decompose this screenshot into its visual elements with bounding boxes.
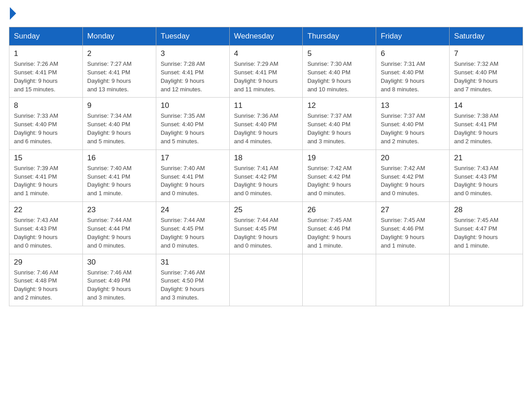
day-info: Sunrise: 7:43 AMSunset: 4:43 PMDaylight:… bbox=[454, 164, 518, 198]
day-number: 5 bbox=[307, 49, 371, 58]
calendar-cell: 27 Sunrise: 7:45 AMSunset: 4:46 PMDaylig… bbox=[376, 202, 450, 254]
calendar-cell: 25 Sunrise: 7:44 AMSunset: 4:45 PMDaylig… bbox=[229, 202, 303, 254]
calendar-cell: 18 Sunrise: 7:41 AMSunset: 4:42 PMDaylig… bbox=[229, 150, 303, 201]
calendar-header-friday: Friday bbox=[376, 27, 450, 46]
day-info: Sunrise: 7:45 AMSunset: 4:46 PMDaylight:… bbox=[381, 216, 445, 250]
day-info: Sunrise: 7:42 AMSunset: 4:42 PMDaylight:… bbox=[307, 164, 371, 198]
day-info: Sunrise: 7:43 AMSunset: 4:43 PMDaylight:… bbox=[14, 216, 78, 250]
day-number: 19 bbox=[307, 154, 371, 163]
day-number: 23 bbox=[87, 206, 151, 214]
calendar-cell: 30 Sunrise: 7:46 AMSunset: 4:49 PMDaylig… bbox=[82, 254, 156, 306]
day-info: Sunrise: 7:27 AMSunset: 4:41 PMDaylight:… bbox=[87, 60, 151, 94]
day-number: 14 bbox=[454, 101, 518, 110]
calendar-cell bbox=[376, 254, 450, 306]
day-info: Sunrise: 7:40 AMSunset: 4:41 PMDaylight:… bbox=[87, 164, 151, 198]
day-info: Sunrise: 7:38 AMSunset: 4:41 PMDaylight:… bbox=[454, 112, 518, 146]
day-info: Sunrise: 7:36 AMSunset: 4:40 PMDaylight:… bbox=[234, 112, 298, 146]
day-info: Sunrise: 7:33 AMSunset: 4:40 PMDaylight:… bbox=[14, 112, 78, 146]
calendar-cell: 22 Sunrise: 7:43 AMSunset: 4:43 PMDaylig… bbox=[9, 202, 83, 254]
day-number: 4 bbox=[234, 49, 298, 58]
day-number: 18 bbox=[234, 154, 298, 163]
logo bbox=[9, 9, 16, 20]
day-number: 7 bbox=[454, 49, 518, 58]
day-info: Sunrise: 7:44 AMSunset: 4:44 PMDaylight:… bbox=[87, 216, 151, 250]
calendar-cell: 8 Sunrise: 7:33 AMSunset: 4:40 PMDayligh… bbox=[9, 98, 83, 150]
calendar-cell: 2 Sunrise: 7:27 AMSunset: 4:41 PMDayligh… bbox=[82, 46, 156, 98]
calendar-cell: 29 Sunrise: 7:46 AMSunset: 4:48 PMDaylig… bbox=[9, 254, 83, 306]
day-info: Sunrise: 7:41 AMSunset: 4:42 PMDaylight:… bbox=[234, 164, 298, 198]
calendar-week-4: 22 Sunrise: 7:43 AMSunset: 4:43 PMDaylig… bbox=[9, 202, 523, 254]
day-info: Sunrise: 7:46 AMSunset: 4:50 PMDaylight:… bbox=[161, 269, 225, 302]
day-info: Sunrise: 7:37 AMSunset: 4:40 PMDaylight:… bbox=[381, 112, 445, 146]
day-info: Sunrise: 7:44 AMSunset: 4:45 PMDaylight:… bbox=[234, 216, 298, 250]
day-number: 25 bbox=[234, 206, 298, 214]
day-number: 1 bbox=[14, 49, 78, 58]
day-number: 10 bbox=[161, 101, 225, 110]
calendar-cell: 15 Sunrise: 7:39 AMSunset: 4:41 PMDaylig… bbox=[9, 150, 83, 201]
calendar-cell: 11 Sunrise: 7:36 AMSunset: 4:40 PMDaylig… bbox=[229, 98, 303, 150]
day-info: Sunrise: 7:26 AMSunset: 4:41 PMDaylight:… bbox=[14, 60, 78, 94]
calendar-cell: 10 Sunrise: 7:35 AMSunset: 4:40 PMDaylig… bbox=[156, 98, 229, 150]
calendar-cell: 13 Sunrise: 7:37 AMSunset: 4:40 PMDaylig… bbox=[376, 98, 450, 150]
day-number: 20 bbox=[381, 154, 445, 163]
calendar-week-5: 29 Sunrise: 7:46 AMSunset: 4:48 PMDaylig… bbox=[9, 254, 523, 306]
calendar-header-thursday: Thursday bbox=[303, 27, 376, 46]
day-info: Sunrise: 7:45 AMSunset: 4:46 PMDaylight:… bbox=[307, 216, 371, 250]
day-number: 28 bbox=[454, 206, 518, 214]
calendar-cell: 17 Sunrise: 7:40 AMSunset: 4:41 PMDaylig… bbox=[156, 150, 229, 201]
day-number: 11 bbox=[234, 101, 298, 110]
calendar-cell: 16 Sunrise: 7:40 AMSunset: 4:41 PMDaylig… bbox=[82, 150, 156, 201]
day-info: Sunrise: 7:34 AMSunset: 4:40 PMDaylight:… bbox=[87, 112, 151, 146]
day-number: 15 bbox=[14, 154, 78, 163]
logo-triangle-icon bbox=[10, 7, 16, 20]
calendar-cell: 9 Sunrise: 7:34 AMSunset: 4:40 PMDayligh… bbox=[82, 98, 156, 150]
calendar-header-sunday: Sunday bbox=[9, 27, 83, 46]
day-info: Sunrise: 7:29 AMSunset: 4:41 PMDaylight:… bbox=[234, 60, 298, 94]
calendar-cell: 5 Sunrise: 7:30 AMSunset: 4:40 PMDayligh… bbox=[303, 46, 376, 98]
day-info: Sunrise: 7:46 AMSunset: 4:48 PMDaylight:… bbox=[14, 269, 78, 302]
calendar-cell: 31 Sunrise: 7:46 AMSunset: 4:50 PMDaylig… bbox=[156, 254, 229, 306]
day-number: 12 bbox=[307, 101, 371, 110]
calendar-cell: 20 Sunrise: 7:42 AMSunset: 4:42 PMDaylig… bbox=[376, 150, 450, 201]
day-number: 13 bbox=[381, 101, 445, 110]
calendar-week-2: 8 Sunrise: 7:33 AMSunset: 4:40 PMDayligh… bbox=[9, 98, 523, 150]
day-number: 26 bbox=[307, 206, 371, 214]
calendar-cell: 7 Sunrise: 7:32 AMSunset: 4:40 PMDayligh… bbox=[450, 46, 523, 98]
calendar-cell: 23 Sunrise: 7:44 AMSunset: 4:44 PMDaylig… bbox=[82, 202, 156, 254]
day-number: 2 bbox=[87, 49, 151, 58]
day-info: Sunrise: 7:40 AMSunset: 4:41 PMDaylight:… bbox=[161, 164, 225, 198]
calendar-header-monday: Monday bbox=[82, 27, 156, 46]
calendar-header-saturday: Saturday bbox=[450, 27, 523, 46]
day-info: Sunrise: 7:32 AMSunset: 4:40 PMDaylight:… bbox=[454, 60, 518, 94]
day-number: 3 bbox=[161, 49, 225, 58]
calendar-cell: 4 Sunrise: 7:29 AMSunset: 4:41 PMDayligh… bbox=[229, 46, 303, 98]
calendar-cell: 19 Sunrise: 7:42 AMSunset: 4:42 PMDaylig… bbox=[303, 150, 376, 201]
day-info: Sunrise: 7:35 AMSunset: 4:40 PMDaylight:… bbox=[161, 112, 225, 146]
day-number: 16 bbox=[87, 154, 151, 163]
calendar-cell: 6 Sunrise: 7:31 AMSunset: 4:40 PMDayligh… bbox=[376, 46, 450, 98]
day-info: Sunrise: 7:45 AMSunset: 4:47 PMDaylight:… bbox=[454, 216, 518, 250]
calendar-cell: 12 Sunrise: 7:37 AMSunset: 4:40 PMDaylig… bbox=[303, 98, 376, 150]
calendar-cell: 24 Sunrise: 7:44 AMSunset: 4:45 PMDaylig… bbox=[156, 202, 229, 254]
calendar-header-row: SundayMondayTuesdayWednesdayThursdayFrid… bbox=[9, 27, 523, 46]
day-info: Sunrise: 7:42 AMSunset: 4:42 PMDaylight:… bbox=[381, 164, 445, 198]
day-number: 29 bbox=[14, 258, 78, 267]
calendar-week-1: 1 Sunrise: 7:26 AMSunset: 4:41 PMDayligh… bbox=[9, 46, 523, 98]
day-number: 21 bbox=[454, 154, 518, 163]
day-info: Sunrise: 7:31 AMSunset: 4:40 PMDaylight:… bbox=[381, 60, 445, 94]
day-number: 6 bbox=[381, 49, 445, 58]
calendar-cell: 28 Sunrise: 7:45 AMSunset: 4:47 PMDaylig… bbox=[450, 202, 523, 254]
day-number: 22 bbox=[14, 206, 78, 214]
day-number: 27 bbox=[381, 206, 445, 214]
calendar-week-3: 15 Sunrise: 7:39 AMSunset: 4:41 PMDaylig… bbox=[9, 150, 523, 201]
day-info: Sunrise: 7:46 AMSunset: 4:49 PMDaylight:… bbox=[87, 269, 151, 302]
day-number: 31 bbox=[161, 258, 225, 267]
calendar-cell bbox=[450, 254, 523, 306]
calendar-cell bbox=[229, 254, 303, 306]
calendar-cell: 26 Sunrise: 7:45 AMSunset: 4:46 PMDaylig… bbox=[303, 202, 376, 254]
day-number: 8 bbox=[14, 101, 78, 110]
day-info: Sunrise: 7:28 AMSunset: 4:41 PMDaylight:… bbox=[161, 60, 225, 94]
day-info: Sunrise: 7:39 AMSunset: 4:41 PMDaylight:… bbox=[14, 164, 78, 198]
day-number: 9 bbox=[87, 101, 151, 110]
calendar-cell: 3 Sunrise: 7:28 AMSunset: 4:41 PMDayligh… bbox=[156, 46, 229, 98]
